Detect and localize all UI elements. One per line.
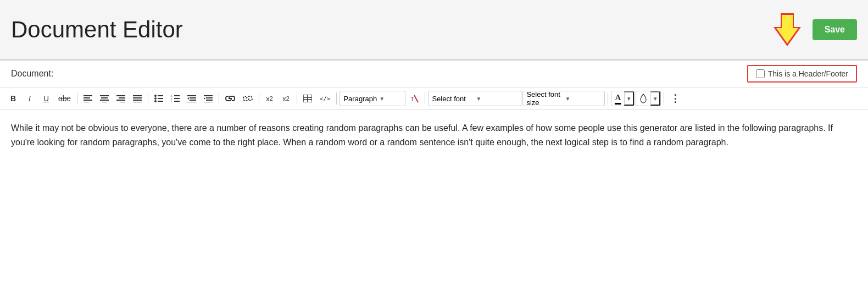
doc-label-row: Document: This is a Header/Footer <box>0 61 868 87</box>
bold-button[interactable]: B <box>5 91 21 106</box>
indent-left-button[interactable] <box>201 91 216 106</box>
numbered-list-icon: 1. 2. 3. <box>171 95 180 102</box>
code-button[interactable]: </> <box>316 91 334 106</box>
svg-text:3.: 3. <box>171 100 173 102</box>
align-justify-icon <box>133 95 142 102</box>
indent-right-button[interactable] <box>184 91 199 106</box>
font-size-dropdown[interactable]: Select font size ▼ <box>522 91 605 106</box>
more-menu-button[interactable]: ⋮ <box>667 91 685 106</box>
editor-content[interactable]: While it may not be obvious to everyone,… <box>11 121 835 149</box>
paragraph-dropdown[interactable]: Paragraph ▼ <box>340 91 405 106</box>
bullet-list-button[interactable] <box>151 91 166 106</box>
highlight-arrow-button[interactable]: ▼ <box>650 91 660 106</box>
table-icon <box>303 95 312 102</box>
highlight-drop-icon <box>639 94 647 103</box>
link-icon <box>225 95 235 102</box>
align-center-icon <box>100 95 109 102</box>
toolbar: B I U abc <box>0 87 868 110</box>
save-button[interactable]: Save <box>813 19 857 40</box>
paragraph-arrow-icon: ▼ <box>379 96 402 102</box>
remove-format-button[interactable]: T <box>407 91 422 106</box>
italic-button[interactable]: I <box>22 91 37 106</box>
header-right: Save <box>771 10 857 49</box>
toolbar-separator-8 <box>608 92 608 105</box>
svg-text:T: T <box>410 96 414 102</box>
align-left-icon <box>84 95 92 102</box>
align-right-icon <box>116 95 125 102</box>
table-button[interactable] <box>300 91 315 106</box>
toolbar-separator-5 <box>297 92 297 105</box>
align-right-button[interactable] <box>113 91 129 106</box>
page-header: Document Editor Save <box>0 0 868 61</box>
link-button[interactable] <box>222 91 238 106</box>
font-color-arrow-button[interactable]: ▼ <box>624 91 634 106</box>
highlight-button[interactable] <box>636 91 650 106</box>
editor-area: While it may not be obvious to everyone,… <box>0 110 868 264</box>
toolbar-separator-2 <box>148 92 148 105</box>
align-justify-button[interactable] <box>130 91 145 106</box>
bullet-list-icon <box>154 95 163 102</box>
font-color-underline <box>615 103 621 105</box>
toolbar-separator-7 <box>425 92 425 105</box>
indent-left-icon <box>204 95 213 102</box>
font-arrow-icon: ▼ <box>476 96 518 102</box>
arrow-indicator-icon <box>771 10 804 49</box>
font-color-group[interactable]: A ▼ <box>611 91 635 106</box>
svg-point-18 <box>154 95 157 97</box>
font-size-placeholder: Select font size <box>526 90 563 107</box>
toolbar-separator-3 <box>219 92 219 105</box>
document-label: Document: <box>11 69 53 79</box>
toolbar-separator-6 <box>336 92 337 105</box>
header-footer-label[interactable]: This is a Header/Footer <box>768 69 848 78</box>
underline-button[interactable]: U <box>38 91 54 106</box>
toolbar-separator-1 <box>77 92 77 105</box>
svg-marker-39 <box>204 97 205 100</box>
toolbar-separator-4 <box>259 92 259 105</box>
align-left-button[interactable] <box>80 91 96 106</box>
toolbar-separator-9 <box>664 92 664 105</box>
header-footer-checkbox[interactable] <box>756 69 765 78</box>
svg-marker-34 <box>187 97 189 100</box>
unlink-icon <box>243 95 253 102</box>
page-title: Document Editor <box>11 17 183 43</box>
font-color-label: A <box>615 93 621 105</box>
subscript-button[interactable]: x2 <box>262 91 277 106</box>
remove-format-icon: T <box>410 94 419 103</box>
unlink-button[interactable] <box>240 91 256 106</box>
indent-right-icon <box>187 95 196 102</box>
font-select-dropdown[interactable]: Select font ▼ <box>428 91 521 106</box>
svg-point-19 <box>154 97 157 100</box>
superscript-button[interactable]: x2 <box>279 91 294 106</box>
svg-point-20 <box>154 100 157 102</box>
highlight-group[interactable]: ▼ <box>636 91 661 106</box>
font-size-arrow-icon: ▼ <box>565 96 601 102</box>
align-center-button[interactable] <box>97 91 112 106</box>
svg-line-46 <box>414 95 418 102</box>
numbered-list-button[interactable]: 1. 2. 3. <box>168 91 183 106</box>
paragraph-label: Paragraph <box>343 95 377 103</box>
strikethrough-button[interactable]: abc <box>55 91 74 106</box>
font-placeholder: Select font <box>432 95 474 103</box>
header-footer-checkbox-container[interactable]: This is a Header/Footer <box>747 65 857 83</box>
font-color-button[interactable]: A <box>611 91 624 106</box>
svg-marker-1 <box>776 15 798 43</box>
